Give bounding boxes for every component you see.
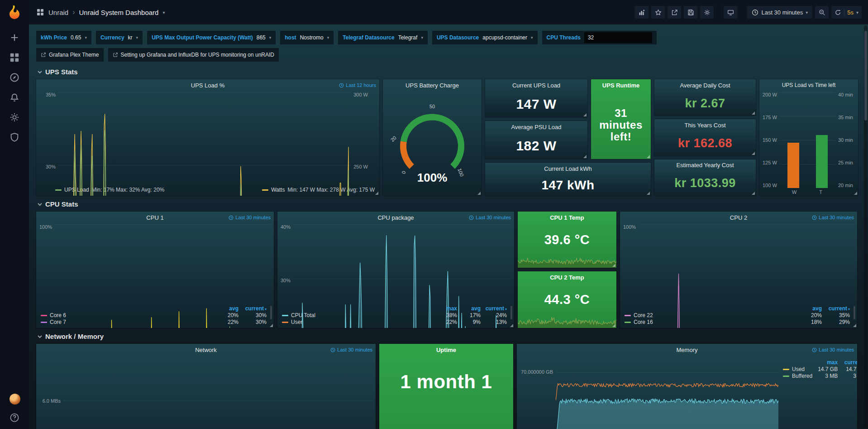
variable-value[interactable]: apcupsd-container (482, 34, 527, 41)
legend-col-current[interactable]: current (238, 305, 267, 312)
refresh-button[interactable]: 5s ▾ (831, 6, 862, 19)
variable-value[interactable]: kr (128, 34, 133, 41)
variable-value[interactable]: Nostromo (300, 34, 324, 41)
configuration-icon[interactable] (10, 112, 19, 122)
panel-cpu-package: CPU package Last 30 minutes 40% 30% 20% … (277, 212, 514, 328)
legend-scrollbar[interactable] (854, 306, 855, 319)
panel-title[interactable]: CPU package (377, 214, 414, 221)
server-admin-icon[interactable] (10, 132, 19, 142)
legend-series[interactable]: User (282, 319, 434, 325)
scrollbar-thumb[interactable] (864, 31, 867, 121)
grafana-logo[interactable] (7, 5, 22, 20)
save-button[interactable] (684, 6, 697, 19)
dashboard-settings-button[interactable] (700, 6, 714, 19)
panel-title[interactable]: Estimated Yearly Cost (676, 162, 734, 169)
panel-title[interactable]: Uptime (436, 347, 456, 353)
variable-value[interactable]: Telegraf (398, 34, 418, 41)
legend-col-avg[interactable]: avg (457, 305, 481, 312)
legend-col-avg[interactable]: avg (796, 305, 822, 312)
legend-series[interactable]: Buffered (783, 373, 812, 379)
memory-chart[interactable] (556, 357, 778, 429)
variable-value[interactable]: 0.65 (71, 34, 81, 41)
panel-title[interactable]: UPS Load % (191, 82, 224, 89)
panel-title[interactable]: CPU 1 (146, 214, 163, 221)
time-override[interactable]: Last 12 hours (339, 79, 376, 91)
legend-col-current[interactable]: current (838, 359, 857, 366)
stat-value: 147 kWh (541, 178, 594, 193)
share-button[interactable] (668, 6, 681, 19)
breadcrumb-folder[interactable]: Unraid (48, 9, 68, 16)
time-override[interactable]: Last 30 minutes (812, 344, 854, 356)
network-chart[interactable] (63, 357, 373, 429)
legend-scrollbar[interactable] (510, 306, 512, 319)
alerting-icon[interactable] (10, 92, 19, 102)
legend-series[interactable]: CPU Total (282, 312, 434, 318)
panel-title[interactable]: UPS Battery Charge (405, 82, 459, 89)
dashboards-icon[interactable] (10, 53, 19, 63)
legend-series[interactable]: Core 6 (41, 312, 213, 318)
refresh-interval[interactable]: 5s (847, 9, 854, 16)
legend-series[interactable]: Core 22 (625, 312, 796, 318)
clock-icon (752, 9, 758, 16)
panel-title[interactable]: UPS Runtime (602, 82, 639, 89)
page-scrollbar[interactable] (864, 25, 868, 428)
legend-series[interactable]: Core 7 (41, 319, 213, 325)
row-header-cpu-stats[interactable]: CPU Stats (37, 200, 858, 208)
user-avatar[interactable] (10, 394, 19, 404)
variable-value[interactable]: 865 (257, 34, 266, 41)
legend-scrollbar[interactable] (270, 306, 272, 319)
chevron-down-icon: ▾ (327, 35, 329, 40)
cycle-view-button[interactable] (724, 6, 737, 19)
panel-title[interactable]: Current Load kWh (544, 165, 592, 172)
ups-load-chart[interactable] (58, 92, 351, 196)
variable-currency[interactable]: Currency kr ▾ (96, 31, 143, 44)
link-grafana-plex-theme[interactable]: Grafana Plex Theme (36, 48, 104, 62)
zoom-out-button[interactable] (815, 6, 829, 19)
variable-kwh-price[interactable]: kWh Price 0.65 ▾ (36, 31, 91, 44)
variable-ups-datasource[interactable]: UPS Datasource apcupsd-container ▾ (432, 31, 538, 44)
cpu-stats-row: CPU 1 Last 30 minutes 100% 50% 0% (36, 212, 858, 328)
stat-value: kr 2.67 (685, 96, 725, 111)
row-header-ups-stats[interactable]: UPS Stats (37, 68, 858, 76)
refresh-caret-icon[interactable]: ▾ (856, 10, 858, 15)
cpu-threads-input[interactable] (584, 32, 652, 43)
legend-series[interactable]: Used (783, 366, 812, 372)
panel-title[interactable]: CPU 1 Temp (550, 214, 584, 221)
explore-icon[interactable] (10, 72, 19, 82)
time-range-picker[interactable]: Last 30 minutes ▾ (747, 6, 812, 19)
legend-col-current[interactable]: current (481, 305, 507, 312)
legend-col-avg[interactable]: avg (213, 305, 238, 312)
add-panel-button[interactable] (635, 6, 649, 19)
star-button[interactable] (651, 6, 665, 19)
panel-ups-load-vs-time-left: UPS Load vs Time left 200 W 175 W 150 W … (759, 79, 858, 196)
variable-ups-max-output[interactable]: UPS Max Output Power Capacity (Watt) 865… (147, 31, 276, 44)
variable-host[interactable]: host Nostromo ▾ (280, 31, 334, 44)
time-override[interactable]: Last 30 minutes (469, 212, 511, 223)
help-icon[interactable] (10, 413, 19, 423)
panel-title[interactable]: Average Daily Cost (680, 82, 730, 89)
panel-title[interactable]: CPU 2 Temp (550, 274, 584, 281)
bar-time-left (816, 135, 828, 188)
time-override[interactable]: Last 30 minutes (330, 344, 372, 356)
panel-title[interactable]: Current UPS Load (512, 82, 560, 89)
legend-series[interactable]: Core 16 (625, 319, 796, 325)
ups-vs-time-chart[interactable] (779, 92, 836, 188)
legend-col-current[interactable]: current (822, 305, 850, 312)
legend-col-max[interactable]: max (434, 305, 457, 312)
panel-title[interactable]: This Years Cost (684, 122, 725, 129)
variable-telegraf-datasource[interactable]: Telegraf Datasource Telegraf ▾ (338, 31, 428, 44)
create-icon[interactable] (10, 33, 19, 43)
link-ups-monitoring-guide[interactable]: Setting up Grafana and InfluxDB for UPS … (108, 48, 279, 62)
row-header-network-memory[interactable]: Network / Memory (37, 333, 858, 340)
apps-grid-icon[interactable] (36, 8, 44, 16)
panel-title[interactable]: Average PSU Load (511, 124, 561, 130)
dashboard-title[interactable]: Unraid System Dashboard (79, 9, 159, 16)
legend-col-max[interactable]: max (812, 359, 838, 366)
time-override[interactable]: Last 30 minutes (229, 212, 271, 223)
panel-title[interactable]: UPS Load vs Time left (782, 82, 836, 88)
title-caret-icon[interactable]: ▾ (162, 10, 165, 15)
panel-title[interactable]: Network (195, 347, 217, 353)
time-override[interactable]: Last 30 minutes (812, 212, 854, 223)
panel-title[interactable]: Memory (677, 347, 698, 353)
panel-title[interactable]: CPU 2 (730, 214, 747, 221)
